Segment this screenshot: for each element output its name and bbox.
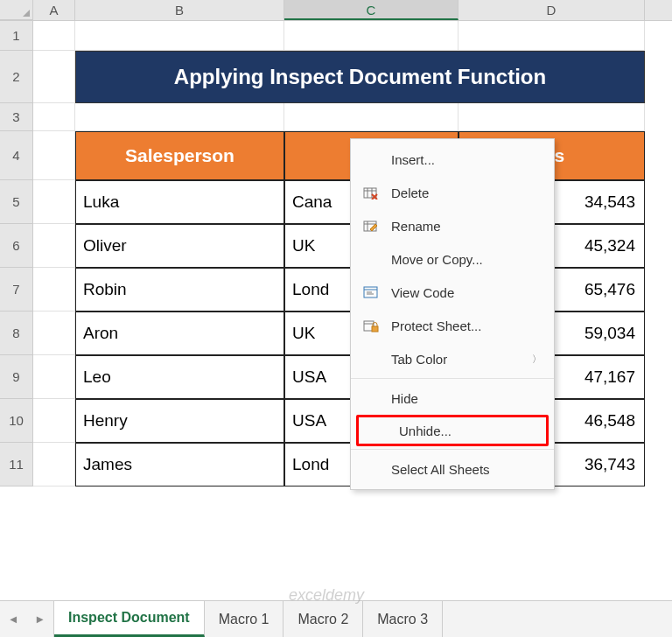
row-header-4[interactable]: 4 (0, 131, 33, 180)
menu-delete[interactable]: Delete (351, 176, 554, 209)
row-header-6[interactable]: 6 (0, 224, 33, 268)
menu-insert[interactable]: Insert... (351, 143, 554, 176)
insert-icon (360, 150, 382, 168)
col-header-d[interactable]: D (458, 0, 645, 20)
cell-b10[interactable]: Henry (75, 399, 284, 443)
menu-label: Protect Sheet... (391, 318, 542, 333)
cell-d1[interactable] (458, 21, 645, 51)
select-all-icon (360, 460, 382, 478)
row-header-11[interactable]: 11 (0, 443, 33, 486)
col-header-c[interactable]: C (284, 0, 458, 20)
row-header-9[interactable]: 9 (0, 355, 33, 399)
menu-hide[interactable]: Hide (351, 382, 554, 415)
nav-next-icon[interactable]: ► (34, 612, 46, 626)
cell-b3[interactable] (75, 103, 284, 131)
menu-label: Unhide... (399, 424, 534, 438)
menu-rename[interactable]: Rename (351, 209, 554, 242)
cell-b7[interactable]: Robin (75, 268, 284, 312)
row-header-10[interactable]: 10 (0, 399, 33, 443)
cell-b6[interactable]: Oliver (75, 224, 284, 268)
cell-b11[interactable]: James (75, 443, 284, 486)
row-header-7[interactable]: 7 (0, 268, 33, 312)
tab-macro-3[interactable]: Macro 3 (363, 601, 443, 637)
col-header-b[interactable]: B (75, 0, 284, 20)
row-header-2[interactable]: 2 (0, 51, 33, 103)
cell-c1[interactable] (284, 21, 458, 51)
menu-view-code[interactable]: View Code (351, 276, 554, 309)
select-all-corner[interactable] (0, 0, 33, 20)
cell-a6[interactable] (33, 224, 75, 268)
menu-unhide[interactable]: Unhide... (356, 415, 549, 446)
sheet-context-menu: Insert... Delete Rename Move or Copy... … (350, 138, 555, 490)
cell-d3[interactable] (458, 103, 645, 131)
grid-body: 1 2 Applying Inspect Document Function 3… (0, 21, 672, 600)
menu-label: Select All Sheets (391, 462, 542, 477)
protect-icon (360, 317, 382, 334)
menu-select-all-sheets[interactable]: Select All Sheets (351, 452, 554, 486)
cell-a3[interactable] (33, 103, 75, 131)
tab-macro-1[interactable]: Macro 1 (205, 601, 284, 637)
unhide-icon (368, 422, 390, 439)
cell-b9[interactable]: Leo (75, 355, 284, 399)
cell-a4[interactable] (33, 131, 75, 180)
row-header-3[interactable]: 3 (0, 103, 33, 131)
cell-b1[interactable] (75, 21, 284, 51)
chevron-right-icon: 〉 (532, 353, 542, 366)
nav-prev-icon[interactable]: ◄ (8, 612, 19, 626)
title-cell[interactable]: Applying Inspect Document Function (75, 51, 645, 103)
spreadsheet-area: A B C D 1 2 Applying Inspect Document Fu… (0, 0, 672, 637)
menu-move-copy[interactable]: Move or Copy... (351, 242, 554, 276)
col-header-a[interactable]: A (33, 0, 75, 20)
menu-separator (351, 449, 554, 450)
tab-color-icon (360, 350, 382, 368)
menu-label: Move or Copy... (391, 252, 542, 267)
cell-b5[interactable]: Luka (75, 180, 284, 224)
menu-protect-sheet[interactable]: Protect Sheet... (351, 309, 554, 342)
menu-label: Insert... (391, 152, 542, 167)
cell-a1[interactable] (33, 21, 75, 51)
menu-label: Tab Color (391, 352, 532, 367)
cell-a10[interactable] (33, 399, 75, 443)
tab-inspect-document[interactable]: Inspect Document (54, 601, 205, 637)
row-header-1[interactable]: 1 (0, 21, 33, 51)
cell-b8[interactable]: Aron (75, 312, 284, 355)
cell-a2[interactable] (33, 51, 75, 103)
hide-icon (360, 389, 382, 407)
menu-tab-color[interactable]: Tab Color 〉 (351, 342, 554, 375)
sheet-nav-buttons[interactable]: ◄ ► (0, 601, 54, 637)
menu-label: Hide (391, 391, 542, 406)
menu-separator (351, 378, 554, 379)
move-icon (360, 250, 382, 268)
cell-a8[interactable] (33, 312, 75, 355)
menu-label: Delete (391, 186, 542, 200)
sheet-tabs-bar: ◄ ► Inspect Document Macro 1 Macro 2 Mac… (0, 600, 672, 637)
view-code-icon (360, 284, 382, 301)
column-header-row: A B C D (0, 0, 672, 21)
menu-label: Rename (391, 219, 542, 234)
cell-a9[interactable] (33, 355, 75, 399)
tab-macro-2[interactable]: Macro 2 (284, 601, 363, 637)
row-header-5[interactable]: 5 (0, 180, 33, 224)
cell-a7[interactable] (33, 268, 75, 312)
header-salesperson[interactable]: Salesperson (75, 131, 284, 180)
delete-icon (360, 184, 382, 201)
row-header-8[interactable]: 8 (0, 312, 33, 355)
svg-rect-15 (372, 326, 378, 332)
cell-c3[interactable] (284, 103, 458, 131)
cell-a5[interactable] (33, 180, 75, 224)
rename-icon (360, 217, 382, 234)
cell-a11[interactable] (33, 443, 75, 486)
menu-label: View Code (391, 285, 542, 300)
